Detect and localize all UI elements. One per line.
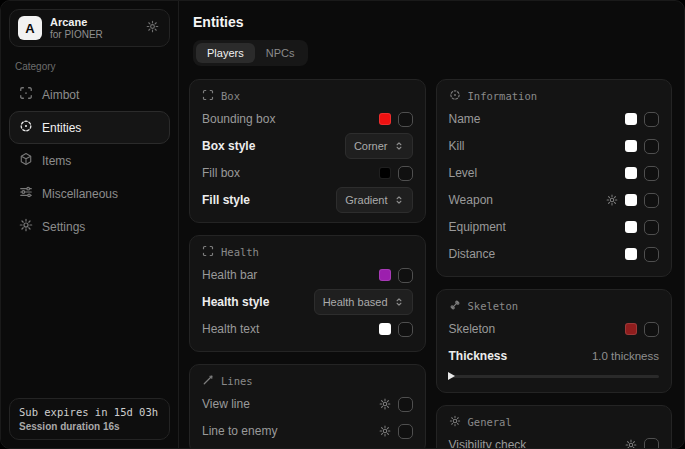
setting-row-kill: Kill — [449, 135, 660, 157]
panel-title: Health — [221, 246, 259, 258]
panel-skeleton: Skeleton Skeleton Thickness 1.0 thicknes… — [436, 289, 673, 393]
sub-expiry-text: Sub expires in 15d 03h — [19, 406, 160, 418]
panel-general: General Visibility check — [436, 405, 673, 448]
app-name: Arcane — [50, 16, 136, 29]
setting-label: Level — [449, 166, 626, 180]
setting-label: Skeleton — [449, 322, 626, 336]
sidebar-nav: Aimbot Entities Items — [9, 78, 170, 243]
setting-row-health-text: Health text — [202, 318, 413, 340]
radar-icon — [449, 89, 461, 103]
setting-row-health-bar: Health bar — [202, 264, 413, 286]
sidebar-item-label: Entities — [42, 121, 81, 135]
setting-label: Visibility check — [449, 438, 626, 448]
sidebar-item-settings[interactable]: Settings — [9, 210, 170, 243]
health-style-dropdown[interactable]: Health based — [314, 289, 413, 315]
setting-label: Equipment — [449, 220, 626, 234]
gear-icon[interactable] — [625, 439, 637, 448]
setting-row-view-line: View line — [202, 393, 413, 415]
setting-row-line-to-enemy: Line to enemy — [202, 420, 413, 442]
color-swatch[interactable] — [379, 269, 391, 281]
sidebar-item-label: Miscellaneous — [42, 187, 118, 201]
fill-box-checkbox[interactable] — [398, 166, 413, 181]
session-duration-text: Session duration 16s — [19, 421, 160, 432]
view-line-checkbox[interactable] — [398, 397, 413, 412]
setting-label: Health bar — [202, 268, 379, 282]
bone-icon — [449, 299, 461, 313]
sun-icon — [449, 415, 461, 429]
color-swatch[interactable] — [625, 248, 637, 260]
panel-title: Information — [468, 90, 538, 102]
box-corners-icon — [202, 245, 214, 259]
setting-row-level: Level — [449, 162, 660, 184]
setting-label: Fill style — [202, 193, 336, 207]
tab-players[interactable]: Players — [196, 43, 255, 63]
dropdown-value: Corner — [354, 140, 388, 152]
distance-checkbox[interactable] — [644, 247, 659, 262]
thickness-slider[interactable] — [449, 371, 660, 381]
setting-row-equipment: Equipment — [449, 216, 660, 238]
setting-row-fill-box: Fill box — [202, 162, 413, 184]
setting-row-box-style: Box style Corner — [202, 135, 413, 157]
health-text-checkbox[interactable] — [398, 322, 413, 337]
thickness-value: 1.0 thickness — [592, 350, 659, 362]
color-swatch[interactable] — [379, 113, 391, 125]
health-bar-checkbox[interactable] — [398, 268, 413, 283]
gear-icon[interactable] — [379, 398, 391, 410]
fill-style-dropdown[interactable]: Gradient — [336, 187, 412, 213]
sidebar-item-miscellaneous[interactable]: Miscellaneous — [9, 177, 170, 210]
setting-row-fill-style: Fill style Gradient — [202, 189, 413, 211]
box-corners-icon — [202, 89, 214, 103]
sidebar-item-label: Aimbot — [42, 88, 79, 102]
color-swatch[interactable] — [379, 323, 391, 335]
panel-health: Health Health bar Health style H — [189, 235, 426, 352]
color-swatch[interactable] — [625, 113, 637, 125]
setting-label: Box style — [202, 139, 345, 153]
box-style-dropdown[interactable]: Corner — [345, 133, 413, 159]
setting-label: Distance — [449, 247, 626, 261]
tab-npcs[interactable]: NPCs — [255, 43, 306, 63]
gear-icon[interactable] — [379, 425, 391, 437]
color-swatch[interactable] — [625, 221, 637, 233]
color-swatch[interactable] — [625, 167, 637, 179]
bounding-box-checkbox[interactable] — [398, 112, 413, 127]
color-swatch[interactable] — [625, 140, 637, 152]
equipment-checkbox[interactable] — [644, 220, 659, 235]
setting-label: Health style — [202, 295, 314, 309]
cube-icon — [19, 152, 33, 169]
color-swatch[interactable] — [625, 194, 637, 206]
name-checkbox[interactable] — [644, 112, 659, 127]
setting-row-bounding-box: Bounding box — [202, 108, 413, 130]
setting-label: Weapon — [449, 193, 607, 207]
setting-label: Bounding box — [202, 112, 379, 126]
app-logo: A — [18, 16, 42, 40]
visibility-check-checkbox[interactable] — [644, 438, 659, 449]
color-swatch[interactable] — [625, 323, 637, 335]
setting-label: Thickness — [449, 349, 592, 363]
sidebar-item-items[interactable]: Items — [9, 144, 170, 177]
sidebar-item-label: Settings — [42, 220, 85, 234]
sliders-icon — [19, 185, 33, 202]
sidebar-item-entities[interactable]: Entities — [9, 111, 170, 144]
setting-row-health-style: Health style Health based — [202, 291, 413, 313]
panel-title: Box — [221, 90, 240, 102]
setting-label: Fill box — [202, 166, 379, 180]
panel-title: Skeleton — [468, 300, 519, 312]
slider-thumb[interactable] — [448, 372, 455, 380]
kill-checkbox[interactable] — [644, 139, 659, 154]
sidebar-item-aimbot[interactable]: Aimbot — [9, 78, 170, 111]
dropdown-value: Health based — [323, 296, 388, 308]
color-swatch[interactable] — [379, 167, 391, 179]
setting-row-name: Name — [449, 108, 660, 130]
gear-icon — [19, 218, 33, 235]
line-to-enemy-checkbox[interactable] — [398, 424, 413, 439]
entity-tabs: Players NPCs — [193, 40, 308, 66]
panel-box: Box Bounding box Box style Corne — [189, 79, 426, 223]
weapon-checkbox[interactable] — [644, 193, 659, 208]
setting-row-thickness: Thickness 1.0 thickness — [449, 345, 660, 367]
setting-row-weapon: Weapon — [449, 189, 660, 211]
brand-settings-button[interactable] — [144, 18, 161, 38]
gear-icon[interactable] — [606, 194, 618, 206]
level-checkbox[interactable] — [644, 166, 659, 181]
dropdown-value: Gradient — [345, 194, 387, 206]
skeleton-checkbox[interactable] — [644, 322, 659, 337]
